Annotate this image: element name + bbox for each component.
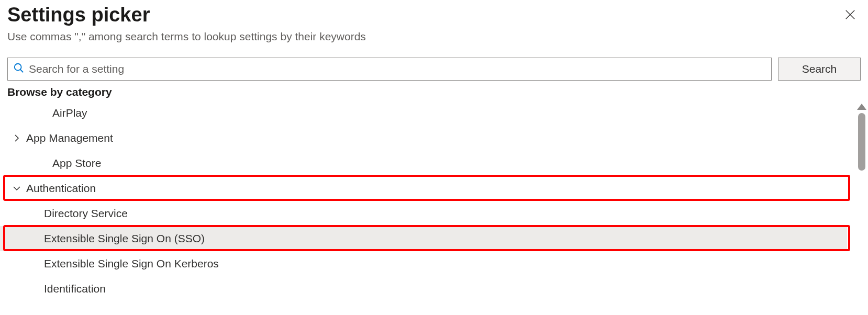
category-item-identification[interactable]: Identification [0, 276, 847, 301]
category-item-directory-service[interactable]: Directory Service [0, 201, 847, 226]
page-title: Settings picker [7, 3, 366, 27]
search-input[interactable] [29, 63, 766, 75]
search-button[interactable]: Search [778, 58, 861, 81]
svg-line-3 [20, 69, 24, 72]
category-label: Extensible Single Sign On (SSO) [44, 232, 205, 245]
category-tree: AirPlayApp ManagementApp StoreAuthentica… [0, 100, 868, 301]
browse-by-category-label: Browse by category [0, 81, 868, 100]
category-item-extensible-single-sign-on-sso[interactable]: Extensible Single Sign On (SSO) [0, 226, 847, 251]
close-icon [844, 9, 856, 22]
scroll-thumb[interactable] [858, 113, 865, 171]
category-item-app-store[interactable]: App Store [0, 151, 847, 176]
category-label: App Store [52, 157, 101, 170]
scrollbar[interactable] [855, 104, 868, 315]
category-label: Authentication [26, 182, 96, 195]
search-box[interactable] [7, 58, 772, 81]
close-button[interactable] [843, 8, 858, 23]
page-subtitle: Use commas "," among search terms to loo… [7, 30, 366, 43]
category-label: App Management [26, 132, 113, 144]
search-button-label: Search [802, 63, 837, 75]
search-icon [13, 62, 25, 76]
category-label: Directory Service [44, 207, 128, 220]
category-item-airplay[interactable]: AirPlay [0, 100, 847, 126]
category-item-app-management[interactable]: App Management [0, 126, 847, 151]
category-label: Extensible Single Sign On Kerberos [44, 257, 219, 270]
chevron-down-icon[interactable] [12, 184, 22, 193]
scroll-up-icon[interactable] [857, 104, 866, 110]
category-item-authentication[interactable]: Authentication [0, 176, 847, 201]
category-label: Identification [44, 283, 106, 295]
chevron-right-icon[interactable] [12, 134, 22, 142]
svg-point-2 [15, 63, 21, 70]
category-label: AirPlay [52, 107, 87, 119]
category-item-extensible-single-sign-on-kerberos[interactable]: Extensible Single Sign On Kerberos [0, 251, 847, 276]
